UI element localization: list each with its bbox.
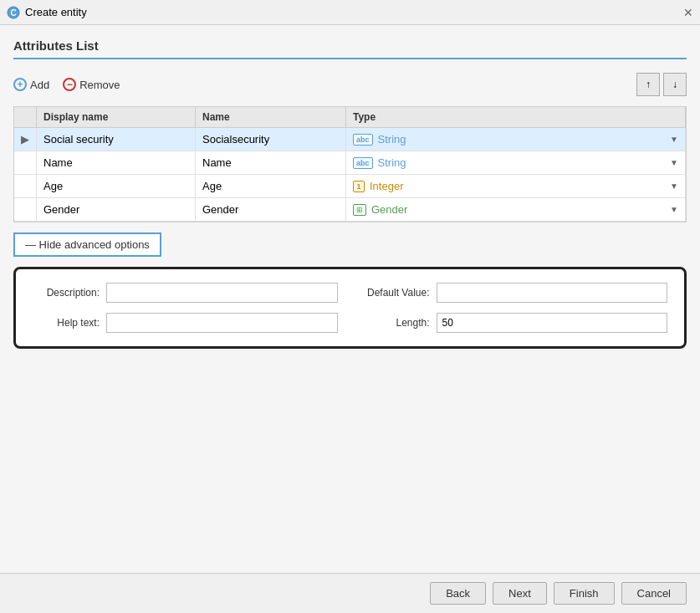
next-button[interactable]: Next [493,582,547,605]
attributes-table: Display name Name Type ▶Social securityS… [14,107,686,222]
cell-display-name: Name [37,151,196,175]
app-icon: C [7,6,20,19]
description-field-row: Description: [33,283,338,303]
remove-label: Remove [79,79,120,91]
col-header-name: Name [196,107,346,128]
svg-text:C: C [10,8,16,18]
dialog-body: Attributes List + Add − Remove ↑ ↓ [0,25,700,573]
add-icon: + [13,78,27,91]
col-header-indicator [14,107,37,128]
dialog-title: Attributes List [13,38,687,59]
cell-name: Socialsecurity [196,128,346,151]
default-value-label: Default Value: [363,287,430,299]
title-bar: C Create entity ✕ [0,0,700,25]
cell-type[interactable]: 1Integer▼ [346,175,686,198]
table-row[interactable]: AgeAge1Integer▼ [14,175,686,198]
toolbar-right: ↑ ↓ [636,73,687,96]
move-down-button[interactable]: ↓ [663,73,687,96]
table-row[interactable]: ▶Social securitySocialsecurityabcString▼ [14,128,686,151]
description-input[interactable] [106,283,338,303]
help-text-input[interactable] [106,313,338,333]
remove-icon: − [63,78,76,91]
type-dropdown-arrow[interactable]: ▼ [670,135,678,144]
type-dropdown-arrow[interactable]: ▼ [670,181,678,191]
length-field-row: Length: [363,313,668,333]
cell-display-name: Gender [37,198,196,222]
description-label: Description: [33,287,100,299]
table-row[interactable]: GenderGender⊞Gender▼ [14,198,686,222]
cell-name: Age [196,175,346,198]
footer: Back Next Finish Cancel [0,573,700,613]
length-input[interactable] [437,313,668,333]
type-dropdown-arrow[interactable]: ▼ [670,158,678,167]
type-dropdown-arrow[interactable]: ▼ [670,205,678,214]
cell-name: Name [196,151,346,175]
row-indicator: ▶ [14,128,37,151]
cell-display-name: Social security [37,128,196,151]
cell-display-name: Age [37,175,196,198]
advanced-options-grid: Description: Default Value: Help text: L… [33,283,667,333]
add-label: Add [30,79,49,91]
up-arrow-icon: ↑ [646,79,651,90]
default-value-field-row: Default Value: [363,283,668,303]
advanced-options-panel: Description: Default Value: Help text: L… [13,267,687,349]
attributes-table-container: Display name Name Type ▶Social securityS… [13,106,687,222]
cell-type[interactable]: ⊞Gender▼ [346,198,686,222]
col-header-type: Type [346,107,686,128]
table-header-row: Display name Name Type [14,107,686,128]
add-button[interactable]: + Add [13,78,49,91]
finish-button[interactable]: Finish [554,582,615,605]
row-indicator [14,175,37,198]
row-indicator [14,151,37,175]
default-value-input[interactable] [437,283,668,303]
toolbar-left: + Add − Remove [13,78,630,91]
move-up-button[interactable]: ↑ [636,73,660,96]
hide-advanced-options-label: — Hide advanced options [25,238,150,251]
row-indicator [14,198,37,222]
cancel-button[interactable]: Cancel [621,582,687,605]
hide-advanced-options-button[interactable]: — Hide advanced options [13,232,161,257]
window-title: Create entity [25,6,87,18]
help-text-label: Help text: [33,317,100,329]
cell-name: Gender [196,198,346,222]
col-header-display-name: Display name [37,107,196,128]
remove-button[interactable]: − Remove [63,78,120,91]
title-bar-left: C Create entity [7,6,87,19]
table-row[interactable]: NameNameabcString▼ [14,151,686,175]
close-button[interactable]: ✕ [683,7,693,18]
down-arrow-icon: ↓ [672,79,677,90]
back-button[interactable]: Back [430,582,486,605]
cell-type[interactable]: abcString▼ [346,151,686,175]
toolbar: + Add − Remove ↑ ↓ [13,73,687,96]
main-window: C Create entity ✕ Attributes List + Add … [0,0,700,613]
length-label: Length: [363,317,430,329]
help-text-field-row: Help text: [33,313,338,333]
cell-type[interactable]: abcString▼ [346,128,686,151]
